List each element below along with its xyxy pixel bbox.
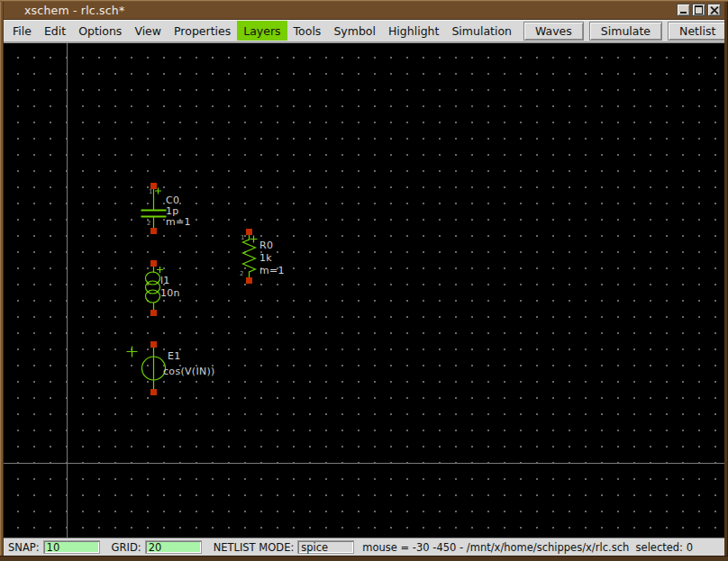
grid-input[interactable]: 20: [145, 540, 202, 554]
inductor-plus-icon: [157, 267, 163, 273]
window-title: xschem - rlc.sch*: [24, 4, 124, 17]
menu-symbol[interactable]: Symbol: [327, 21, 382, 41]
netlist-mode-label: NETLIST MODE:: [214, 541, 295, 554]
mouse-coordinates-status: mouse = -30 -450 - /mnt/x/home/schippes/…: [362, 541, 693, 554]
waves-button[interactable]: Waves: [523, 22, 584, 41]
component-capacitor[interactable]: 1 2 C0 1p m=1: [141, 183, 191, 234]
component-inductor[interactable]: l1 10n: [146, 260, 180, 316]
menu-tools[interactable]: Tools: [287, 21, 328, 41]
inductor-name-label: l1: [160, 275, 170, 286]
capacitor-pin1-number: 1: [149, 188, 152, 195]
resistor-pin1-number: 1: [241, 234, 244, 241]
maximize-button[interactable]: [692, 4, 705, 16]
source-name-label: E1: [168, 350, 181, 362]
capacitor-pin2-box[interactable]: [150, 228, 157, 234]
minimize-button[interactable]: [677, 4, 690, 16]
close-icon: [710, 6, 718, 14]
menubar: File Edit Options View Properties Layers…: [4, 20, 724, 43]
menu-highlight[interactable]: Highlight: [382, 21, 445, 41]
menu-file[interactable]: File: [6, 21, 38, 41]
netlist-mode-input[interactable]: spice: [297, 540, 354, 554]
schematic-drawing: 1 2 C0 1p m=1 1 2 R0 1k m=1: [4, 43, 724, 538]
menu-simulation[interactable]: Simulation: [445, 21, 518, 41]
inductor-pin1-box[interactable]: [150, 260, 157, 267]
window-controls: [677, 4, 721, 16]
resistor-pin2-box[interactable]: [246, 277, 252, 284]
simulate-button[interactable]: Simulate: [589, 22, 662, 41]
menu-view[interactable]: View: [128, 21, 168, 41]
window-border-bottom: [0, 556, 728, 561]
resistor-pin1-box[interactable]: [246, 229, 252, 235]
resistor-name-label: R0: [259, 240, 273, 251]
source-pin-bottom-box[interactable]: [150, 389, 157, 395]
titlebar[interactable]: xschem - rlc.sch*: [0, 2, 728, 20]
statusbar: SNAP: 10 GRID: 20 NETLIST MODE: spice mo…: [4, 538, 724, 556]
schematic-canvas[interactable]: 1 2 C0 1p m=1 1 2 R0 1k m=1: [4, 43, 724, 538]
capacitor-m-label: m=1: [166, 216, 191, 228]
maximize-icon: [695, 5, 703, 14]
resistor-plus-icon: [250, 236, 258, 243]
window-border-left: [0, 2, 4, 561]
grid-label: GRID:: [112, 541, 141, 554]
menu-properties[interactable]: Properties: [168, 21, 237, 41]
source-value-label: cos(V(IN)): [163, 366, 215, 377]
component-source[interactable]: E1 cos(V(IN)): [127, 341, 215, 395]
resistor-pin2-number: 2: [240, 270, 243, 277]
minimize-icon: [680, 12, 687, 14]
snap-input[interactable]: 10: [43, 540, 100, 554]
netlist-button[interactable]: Netlist: [668, 22, 727, 41]
close-button[interactable]: [707, 4, 721, 16]
source-plus-icon: [127, 347, 138, 357]
menu-options[interactable]: Options: [72, 21, 128, 41]
resistor-m-label: m=1: [259, 265, 285, 276]
source-pin-top-box[interactable]: [150, 341, 157, 348]
menu-edit[interactable]: Edit: [38, 21, 72, 41]
resistor-value-label: 1k: [259, 252, 272, 264]
window-border-right: [724, 2, 728, 561]
component-resistor[interactable]: 1 2 R0 1k m=1: [240, 229, 285, 284]
menu-layers[interactable]: Layers: [237, 21, 287, 41]
snap-label: SNAP:: [8, 541, 40, 554]
capacitor-pin2-number: 2: [147, 220, 150, 227]
inductor-value-label: 10n: [160, 287, 180, 299]
inductor-pin2-box[interactable]: [150, 310, 157, 316]
